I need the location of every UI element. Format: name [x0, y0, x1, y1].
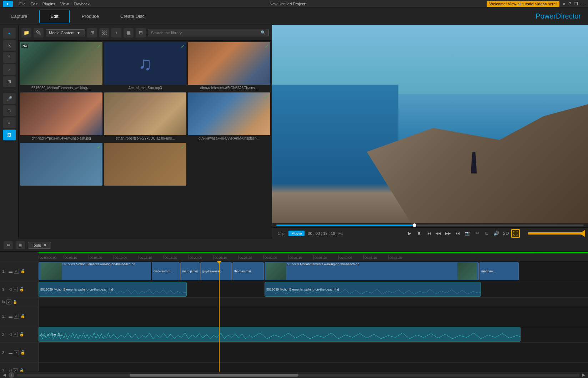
left-sidebar: ◄ fx T ♪ ⊞ 🎤 ⊡ ≡ 🖼 — [0, 25, 19, 239]
add-track-btn[interactable]: + — [9, 372, 14, 378]
timeline-snap-btn[interactable]: ⊞ — [16, 241, 25, 249]
preview-progress[interactable] — [276, 225, 584, 226]
tab-produce[interactable]: Produce — [71, 8, 110, 25]
play-btn[interactable]: ▶ — [405, 229, 414, 238]
video-clip[interactable]: 5515039 MotionElements walking-on-the-be… — [39, 262, 151, 280]
sidebar-fx-btn[interactable]: fx — [3, 40, 16, 51]
fullscreen-btn[interactable]: ⛶ — [511, 229, 520, 238]
lock-icon[interactable]: 🔓 — [20, 350, 25, 355]
lock-icon[interactable]: 🔓 — [19, 287, 24, 292]
3d-btn[interactable]: 3D — [502, 229, 510, 238]
track-label: 2. ▬ 🔓 — [0, 306, 39, 326]
timeline-lock-btn[interactable]: ⇔ — [4, 241, 13, 249]
lock-icon[interactable]: 🔓 — [19, 332, 24, 337]
prev-frame-btn[interactable]: ⏮ — [424, 229, 433, 238]
stop-btn[interactable]: ■ — [415, 229, 423, 238]
list-item[interactable]: ✓ guy-kawasaki-iij-QvyRAnM-unsplash... — [188, 92, 270, 141]
ruler-mark: 00:30:00 — [263, 255, 288, 259]
sidebar-title-btn[interactable]: T — [3, 52, 16, 63]
track-visibility-check[interactable] — [14, 350, 19, 355]
volume-btn[interactable]: 🔊 — [492, 229, 501, 238]
audio-clip[interactable]: 5515039 MotionElements walking-on-the-be… — [39, 282, 187, 297]
track-visibility-check[interactable] — [13, 332, 18, 337]
list-item[interactable]: drif-riadh-YpkuRn54y4w-unsplash.jpg — [20, 92, 102, 141]
search-input[interactable] — [151, 31, 259, 35]
sidebar-audio-fx-btn[interactable]: ♪ — [3, 64, 16, 75]
view-toggle-btn[interactable]: ⊞ — [87, 28, 97, 37]
track-content[interactable] — [39, 343, 588, 362]
menu-playback[interactable]: Playback — [74, 2, 90, 6]
sidebar-subtitle-btn[interactable]: ≡ — [3, 117, 16, 128]
split-btn[interactable]: ✂ — [473, 229, 481, 238]
track-visibility-check[interactable] — [13, 287, 18, 292]
tools-dropdown[interactable]: Tools ▼ — [28, 242, 51, 249]
lock-icon[interactable]: 🔓 — [19, 368, 24, 372]
list-item[interactable]: ✓ dino-reichmuth-A5rCN8626Ck-uns... — [188, 42, 270, 91]
timeline-scrollbar-track[interactable] — [17, 374, 579, 377]
tab-edit[interactable]: Edit — [39, 10, 69, 23]
video-clip[interactable]: dino-reichm... — [152, 262, 180, 280]
scroll-left-btn[interactable]: ◀ — [3, 373, 6, 377]
track-visibility-check[interactable] — [14, 314, 19, 319]
track-visibility-check[interactable] — [13, 368, 18, 372]
tab-capture[interactable]: Capture — [0, 8, 38, 25]
list-item[interactable]: ✓ — [20, 143, 102, 186]
sidebar-mic-btn[interactable]: 🎤 — [3, 93, 16, 104]
scroll-right-btn[interactable]: ▶ — [582, 373, 585, 377]
import-btn[interactable]: 📁 — [21, 28, 31, 37]
close-icon[interactable]: ✕ — [562, 1, 566, 6]
video-clip[interactable]: matthew... — [479, 262, 519, 280]
audio-icon: ◁ — [9, 332, 11, 337]
video-clip[interactable]: marc james — [180, 262, 200, 280]
track-content[interactable]: 5515039 MotionElements walking-on-the-be… — [39, 261, 588, 281]
step-fwd-btn[interactable]: ▶▶ — [444, 229, 452, 238]
clip-mode-btn[interactable]: Clip — [275, 231, 287, 236]
list-item[interactable]: ✓ — [104, 143, 186, 186]
lock-icon[interactable]: 🔓 — [20, 314, 25, 318]
snapshot-btn[interactable]: 📷 — [463, 229, 472, 238]
restore-icon[interactable]: ❐ — [574, 1, 578, 6]
tutorial-button[interactable]: Welcome! View all tutorial videos here! — [487, 1, 560, 7]
music-btn[interactable]: ♪ — [111, 28, 121, 37]
track-content[interactable]: 5515039 MotionElements walking-on-the-be… — [39, 281, 588, 297]
track-visibility-check[interactable] — [14, 269, 19, 274]
sort-btn[interactable]: ⊟ — [136, 28, 146, 37]
track-content[interactable] — [39, 306, 588, 326]
playhead-head — [217, 261, 221, 264]
next-frame-btn[interactable]: ⏭ — [453, 229, 462, 238]
help-icon[interactable]: ? — [569, 1, 571, 6]
video-clip[interactable]: 5515039 MotionElements walking-on-the-be… — [265, 262, 479, 280]
photo-btn[interactable]: 🖼 — [99, 28, 109, 37]
menu-plugins[interactable]: Plugins — [42, 2, 55, 6]
video-clip[interactable]: thomas mar... — [232, 262, 264, 280]
minimize-icon[interactable]: — — [581, 1, 585, 6]
detach-btn[interactable]: ⊡ — [482, 229, 491, 238]
video-clip[interactable]: guy-kawasaki — [200, 262, 232, 280]
plugin-btn[interactable]: 🔌 — [34, 28, 44, 37]
step-back-btn[interactable]: ◀◀ — [434, 229, 443, 238]
menu-view[interactable]: View — [60, 2, 69, 6]
app-logo: ► — [3, 1, 13, 7]
track-content[interactable] — [39, 363, 588, 372]
audio-clip[interactable]: Arc_of_the_Sun — [39, 327, 521, 342]
list-item[interactable]: ♫ ✓ Arc_of_the_Sun.mp3 — [104, 42, 186, 91]
grid-btn[interactable]: ▦ — [124, 28, 134, 37]
list-item[interactable]: HD ✓ 5515039_MotionElements_walking-... — [20, 42, 102, 91]
menu-file[interactable]: File — [19, 2, 26, 6]
lock-icon[interactable]: 🔓 — [20, 269, 25, 273]
playhead[interactable] — [219, 261, 220, 372]
fx-visibility-check[interactable] — [6, 299, 11, 304]
sidebar-media-btn[interactable]: 🖼 — [3, 130, 16, 140]
sidebar-pip-btn[interactable]: ⊡ — [3, 105, 16, 116]
media-type-dropdown[interactable]: Media Content ▼ — [46, 29, 85, 36]
menu-edit[interactable]: Edit — [31, 2, 37, 6]
fx-track-content[interactable] — [39, 298, 588, 306]
tab-create-disc[interactable]: Create Disc — [110, 8, 155, 25]
track-content[interactable]: Arc_of_the_Sun — [39, 326, 588, 342]
sidebar-expand-btn[interactable]: ◄ — [3, 28, 16, 39]
ruler-mark: 00:00:00:00 — [39, 255, 64, 259]
movie-mode-btn[interactable]: Movie — [288, 231, 305, 236]
audio-clip[interactable]: 5515039 MotionElements walking-on-the-be… — [265, 282, 481, 297]
sidebar-transition-btn[interactable]: ⊞ — [3, 76, 16, 87]
list-item[interactable]: ethan-robertson-SYx3UCHZJlo-uns... — [104, 92, 186, 141]
